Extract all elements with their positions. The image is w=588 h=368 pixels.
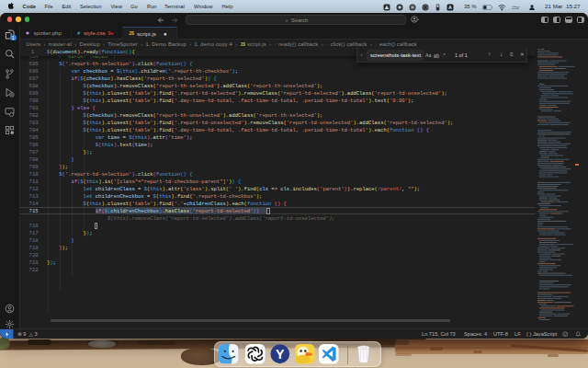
- svg-text:A: A: [448, 5, 452, 10]
- svg-text:Y: Y: [276, 347, 285, 362]
